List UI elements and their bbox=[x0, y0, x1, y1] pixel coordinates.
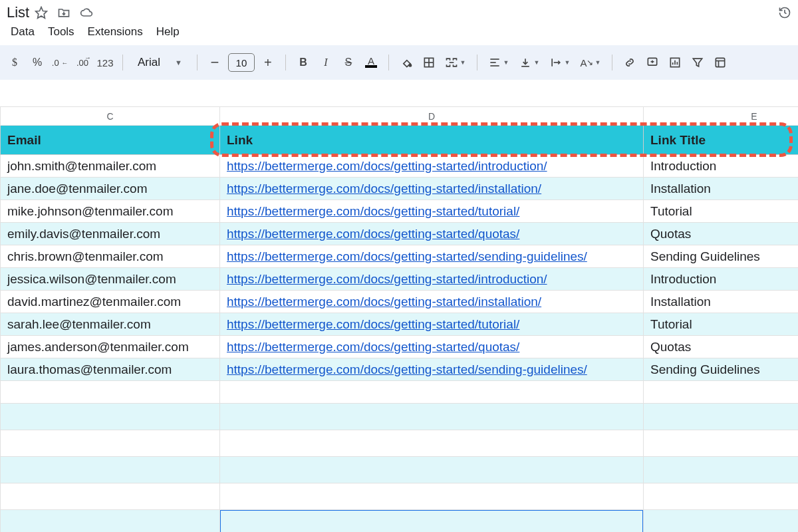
cell-email[interactable]: chris.brown@tenmailer.com bbox=[1, 245, 220, 268]
cell-link-title[interactable]: Tutorial bbox=[644, 200, 799, 223]
text-rotate-icon[interactable]: A↘ ▼ bbox=[577, 53, 604, 72]
functions-sigma-icon[interactable] bbox=[711, 53, 730, 72]
merge-cells-icon[interactable]: ▼ bbox=[442, 53, 469, 72]
hyperlink[interactable]: https://bettermerge.com/docs/getting-sta… bbox=[227, 204, 519, 218]
table-row[interactable]: sarah.lee@tenmailer.comhttps://bettermer… bbox=[1, 313, 799, 336]
cell-link[interactable]: https://bettermerge.com/docs/getting-sta… bbox=[220, 358, 644, 381]
cell-link[interactable]: https://bettermerge.com/docs/getting-sta… bbox=[220, 155, 644, 178]
cell-email[interactable]: emily.davis@tenmailer.com bbox=[1, 223, 220, 245]
hyperlink[interactable]: https://bettermerge.com/docs/getting-sta… bbox=[227, 249, 587, 263]
svg-marker-0 bbox=[36, 7, 47, 19]
cell-link-title[interactable]: Sending Guidelines bbox=[644, 358, 799, 381]
fill-color-icon[interactable] bbox=[397, 53, 416, 72]
decrease-decimals-button[interactable]: .0 ← bbox=[51, 53, 69, 72]
cell-email[interactable]: jane.doe@tenmailer.com bbox=[1, 178, 220, 200]
cell-link[interactable]: https://bettermerge.com/docs/getting-sta… bbox=[220, 223, 644, 245]
cell-link[interactable]: https://bettermerge.com/docs/getting-sta… bbox=[220, 200, 644, 223]
header-cell-linktitle[interactable]: Link Title bbox=[644, 126, 799, 155]
cell-email[interactable]: sarah.lee@tenmailer.com bbox=[1, 313, 220, 336]
column-header-e[interactable]: E bbox=[644, 107, 799, 126]
cell-email[interactable]: mike.johnson@tenmailer.com bbox=[1, 200, 220, 223]
cell-email[interactable]: john.smith@tenmailer.com bbox=[1, 155, 220, 178]
filter-icon[interactable] bbox=[688, 53, 707, 72]
more-formats-button[interactable]: 123 bbox=[96, 53, 114, 72]
hyperlink[interactable]: https://bettermerge.com/docs/getting-sta… bbox=[227, 182, 541, 196]
header-cell-link[interactable]: Link bbox=[220, 126, 644, 155]
document-title[interactable]: List bbox=[7, 4, 35, 21]
menu-extensions[interactable]: Extensions bbox=[88, 25, 143, 39]
cell-link-title[interactable]: Sending Guidelines bbox=[644, 245, 799, 268]
hyperlink[interactable]: https://bettermerge.com/docs/getting-sta… bbox=[227, 340, 519, 354]
text-wrap-icon[interactable]: ▼ bbox=[547, 53, 573, 72]
format-percent-button[interactable]: % bbox=[28, 53, 47, 72]
table-row[interactable]: david.martinez@tenmailer.comhttps://bett… bbox=[1, 291, 799, 313]
cell-email[interactable]: james.anderson@tenmailer.com bbox=[1, 336, 220, 358]
menu-tools[interactable]: Tools bbox=[48, 25, 74, 39]
font-size-decrease-button[interactable]: − bbox=[205, 53, 224, 72]
borders-icon[interactable] bbox=[420, 53, 438, 72]
insert-chart-icon[interactable] bbox=[666, 53, 684, 72]
table-row[interactable]: john.smith@tenmailer.comhttps://betterme… bbox=[1, 155, 799, 178]
v-align-icon[interactable]: ▼ bbox=[516, 53, 543, 72]
table-row[interactable]: laura.thomas@tenmailer.comhttps://better… bbox=[1, 358, 799, 381]
cell-link[interactable]: https://bettermerge.com/docs/getting-sta… bbox=[220, 268, 644, 291]
menu-help[interactable]: Help bbox=[156, 25, 180, 39]
menu-bar: Data Tools Extensions Help bbox=[0, 21, 798, 45]
cloud-status-icon[interactable] bbox=[80, 6, 93, 19]
history-icon[interactable] bbox=[778, 6, 791, 19]
move-folder-icon[interactable] bbox=[57, 6, 70, 19]
hyperlink[interactable]: https://bettermerge.com/docs/getting-sta… bbox=[227, 317, 519, 331]
table-row[interactable]: mike.johnson@tenmailer.comhttps://better… bbox=[1, 200, 799, 223]
star-icon[interactable] bbox=[35, 6, 48, 19]
cell-link-title[interactable]: Installation bbox=[644, 178, 799, 200]
increase-decimals-button[interactable]: .00→ bbox=[73, 53, 92, 72]
insert-comment-icon[interactable] bbox=[643, 53, 662, 72]
cell-link-title[interactable]: Introduction bbox=[644, 155, 799, 178]
table-row[interactable]: jessica.wilson@tenmailer.comhttps://bett… bbox=[1, 268, 799, 291]
chevron-down-icon: ▼ bbox=[175, 59, 182, 66]
header-cell-email[interactable]: Email bbox=[1, 126, 220, 155]
cell-email[interactable]: laura.thomas@tenmailer.com bbox=[1, 358, 220, 381]
cell-link-title[interactable]: Tutorial bbox=[644, 313, 799, 336]
cell-link[interactable]: https://bettermerge.com/docs/getting-sta… bbox=[220, 178, 644, 200]
font-size-increase-button[interactable]: + bbox=[259, 53, 277, 72]
spreadsheet-grid[interactable]: C D E Email Link Link Title john.smith@t… bbox=[0, 106, 798, 532]
hyperlink[interactable]: https://bettermerge.com/docs/getting-sta… bbox=[227, 227, 519, 241]
hyperlink[interactable]: https://bettermerge.com/docs/getting-sta… bbox=[227, 159, 547, 173]
font-size-input[interactable]: 10 bbox=[228, 53, 255, 72]
svg-rect-19 bbox=[716, 58, 724, 66]
table-row[interactable]: emily.davis@tenmailer.comhttps://betterm… bbox=[1, 223, 799, 245]
cell-link[interactable]: https://bettermerge.com/docs/getting-sta… bbox=[220, 313, 644, 336]
strikethrough-button[interactable]: S bbox=[339, 53, 358, 72]
column-header-d[interactable]: D bbox=[220, 107, 644, 126]
bold-button[interactable]: B bbox=[294, 53, 313, 72]
cell-link[interactable]: https://bettermerge.com/docs/getting-sta… bbox=[220, 336, 644, 358]
cell-email[interactable]: david.martinez@tenmailer.com bbox=[1, 291, 220, 313]
hyperlink[interactable]: https://bettermerge.com/docs/getting-sta… bbox=[227, 272, 547, 286]
cell-email[interactable]: jessica.wilson@tenmailer.com bbox=[1, 268, 220, 291]
cell-link[interactable]: https://bettermerge.com/docs/getting-sta… bbox=[220, 245, 644, 268]
h-align-icon[interactable]: ▼ bbox=[485, 53, 512, 72]
insert-link-icon[interactable] bbox=[620, 53, 639, 72]
cell-link-title[interactable]: Introduction bbox=[644, 268, 799, 291]
menu-data[interactable]: Data bbox=[11, 25, 35, 39]
cell-link-title[interactable]: Installation bbox=[644, 291, 799, 313]
svg-marker-18 bbox=[693, 59, 702, 66]
font-select[interactable]: Arial ▼ bbox=[131, 56, 189, 69]
hyperlink[interactable]: https://bettermerge.com/docs/getting-sta… bbox=[227, 362, 587, 376]
italic-button[interactable]: I bbox=[317, 53, 335, 72]
text-color-button[interactable]: A bbox=[362, 53, 380, 72]
hyperlink[interactable]: https://bettermerge.com/docs/getting-sta… bbox=[227, 295, 541, 309]
active-cell[interactable] bbox=[220, 510, 644, 533]
cell-link[interactable]: https://bettermerge.com/docs/getting-sta… bbox=[220, 291, 644, 313]
table-row[interactable]: jane.doe@tenmailer.comhttps://bettermerg… bbox=[1, 178, 799, 200]
cell-link-title[interactable]: Quotas bbox=[644, 336, 799, 358]
table-row[interactable]: james.anderson@tenmailer.comhttps://bett… bbox=[1, 336, 799, 358]
column-header-c[interactable]: C bbox=[1, 107, 220, 126]
format-currency-button[interactable]: $ bbox=[5, 53, 24, 72]
toolbar: $ % .0 ← .00→ 123 Arial ▼ − 10 + B I S A… bbox=[0, 45, 798, 80]
font-name: Arial bbox=[138, 56, 160, 69]
table-row[interactable]: chris.brown@tenmailer.comhttps://betterm… bbox=[1, 245, 799, 268]
cell-link-title[interactable]: Quotas bbox=[644, 223, 799, 245]
